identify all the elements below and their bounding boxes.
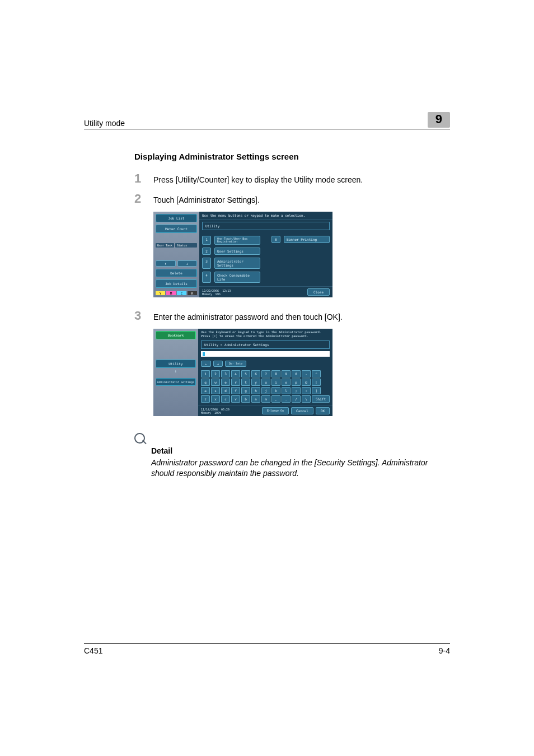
key-s[interactable]: s: [211, 387, 220, 394]
key-0[interactable]: 0: [292, 370, 301, 377]
menu-admin-settings[interactable]: Administrator Settings: [214, 258, 260, 269]
key--[interactable]: -: [302, 370, 311, 377]
shift-key[interactable]: Shift: [312, 395, 330, 403]
key-x[interactable]: x: [211, 395, 220, 403]
key-u[interactable]: u: [261, 379, 270, 386]
key-5[interactable]: 5: [241, 370, 250, 377]
key-k[interactable]: k: [271, 387, 280, 394]
key-6[interactable]: 6: [251, 370, 260, 377]
delete-char-button[interactable]: De- lete: [225, 361, 246, 367]
key-8[interactable]: 8: [271, 370, 280, 377]
section-heading: Displaying Administrator Settings screen: [134, 152, 450, 161]
meter-count-tab[interactable]: Meter Count: [156, 225, 197, 233]
menu-one-touch[interactable]: One-Touch/User Box Registration: [214, 236, 260, 245]
onscreen-keyboard: 1234567890-^ qwertyuiop@[ asdfghjkl;:] z…: [201, 370, 330, 404]
key-f[interactable]: f: [231, 387, 240, 394]
cursor-right-button[interactable]: →: [213, 361, 223, 367]
key-][interactable]: ]: [312, 387, 321, 394]
key-[[interactable]: [: [312, 379, 321, 386]
key-r[interactable]: r: [231, 379, 240, 386]
job-details-button[interactable]: Job Details: [156, 279, 197, 288]
menu-consumable-life[interactable]: Check Consumable Life: [214, 272, 260, 283]
key-,[interactable]: ,: [271, 395, 280, 403]
step-3: 3 Enter the administrator password and t…: [134, 309, 450, 323]
crumb-admin-settings[interactable]: Administrator Settings: [156, 378, 196, 386]
key-q[interactable]: q: [201, 379, 210, 386]
key-h[interactable]: h: [251, 387, 260, 394]
scroll-down-button[interactable]: ↓: [177, 260, 198, 267]
key-w[interactable]: w: [211, 379, 220, 386]
step-text: Touch [Administrator Settings].: [153, 193, 260, 204]
enlarge-button[interactable]: Enlarge On: [262, 407, 289, 414]
key-e[interactable]: e: [221, 379, 230, 386]
toner-levels: Y M C K: [156, 291, 197, 295]
step-number: 2: [134, 192, 153, 206]
step-1: 1 Press [Utility/Counter] key to display…: [134, 171, 450, 186]
step-number: 1: [134, 171, 153, 186]
key-^[interactable]: ^: [312, 370, 321, 377]
key-a[interactable]: a: [201, 387, 210, 394]
instruction-text: Use the keyboard or keypad to type in th…: [198, 329, 332, 339]
key-7[interactable]: 7: [261, 370, 270, 377]
key-b[interactable]: b: [241, 395, 250, 403]
key-n[interactable]: n: [251, 395, 260, 403]
running-header-title: Utility mode: [84, 119, 125, 128]
step-number: 3: [134, 309, 153, 323]
menu-num-1[interactable]: 1: [202, 236, 211, 245]
menu-num-6[interactable]: 6: [271, 236, 280, 243]
password-screen-figure: Bookmark Utility ↓ Administrator Setting…: [153, 329, 450, 416]
key-:[interactable]: :: [302, 387, 311, 394]
instruction-text: Use the menu buttons or keypad to make a…: [199, 212, 332, 220]
step-text: Press [Utility/Counter] key to display t…: [153, 173, 363, 184]
key-z[interactable]: z: [201, 395, 210, 403]
key-1[interactable]: 1: [201, 370, 210, 377]
scroll-up-button[interactable]: ↑: [156, 260, 176, 267]
menu-num-4[interactable]: 4: [202, 272, 211, 283]
step-2: 2 Touch [Administrator Settings].: [134, 192, 450, 206]
key-4[interactable]: 4: [231, 370, 240, 377]
step-text: Enter the administrator password and the…: [153, 310, 343, 321]
chapter-number-tab: 9: [428, 112, 450, 128]
menu-num-3[interactable]: 3: [202, 258, 211, 269]
crumb-arrow-icon: ↓: [156, 369, 196, 374]
footer-datetime: 12/22/2006 12:13 Memory 99%: [202, 289, 231, 296]
breadcrumb-bar: Utility > Administrator Settings: [201, 340, 330, 349]
key-j[interactable]: j: [261, 387, 270, 394]
text-cursor: [203, 352, 205, 356]
utility-title-bar: Utility: [202, 222, 330, 230]
key-3[interactable]: 3: [221, 370, 230, 377]
key-;[interactable]: ;: [292, 387, 301, 394]
key-p[interactable]: p: [292, 379, 301, 386]
utility-screen-figure: Job List Meter Count User Task Status ↑ …: [153, 212, 450, 297]
crumb-utility[interactable]: Utility: [156, 360, 196, 368]
job-list-tab[interactable]: Job List: [156, 214, 197, 222]
status-indicator: User Task Status: [156, 243, 197, 248]
key-9[interactable]: 9: [282, 370, 291, 377]
password-input[interactable]: [201, 351, 330, 357]
ok-button[interactable]: OK: [316, 407, 330, 414]
key-g[interactable]: g: [241, 387, 250, 394]
menu-banner-printing[interactable]: Banner Printing: [284, 236, 330, 243]
key-m[interactable]: m: [261, 395, 270, 403]
key-t[interactable]: t: [241, 379, 250, 386]
key-@[interactable]: @: [302, 379, 311, 386]
key-/[interactable]: /: [292, 395, 301, 403]
key-i[interactable]: i: [271, 379, 280, 386]
key-.[interactable]: .: [282, 395, 291, 403]
key-c[interactable]: c: [221, 395, 230, 403]
key-2[interactable]: 2: [211, 370, 220, 377]
key-l[interactable]: l: [282, 387, 291, 394]
key-y[interactable]: y: [251, 379, 260, 386]
cursor-left-button[interactable]: ←: [201, 361, 211, 367]
bookmark-button[interactable]: Bookmark: [156, 331, 196, 339]
key-v[interactable]: v: [231, 395, 240, 403]
close-button[interactable]: Close: [307, 288, 330, 296]
menu-user-settings[interactable]: User Settings: [214, 248, 260, 255]
menu-num-2[interactable]: 2: [202, 248, 211, 255]
delete-button[interactable]: Delete: [156, 269, 197, 277]
key-o[interactable]: o: [282, 379, 291, 386]
detail-text: Administrator password can be changed in…: [151, 458, 450, 479]
key-d[interactable]: d: [221, 387, 230, 394]
key-\[interactable]: \: [302, 395, 311, 403]
cancel-button[interactable]: Cancel: [291, 407, 313, 414]
